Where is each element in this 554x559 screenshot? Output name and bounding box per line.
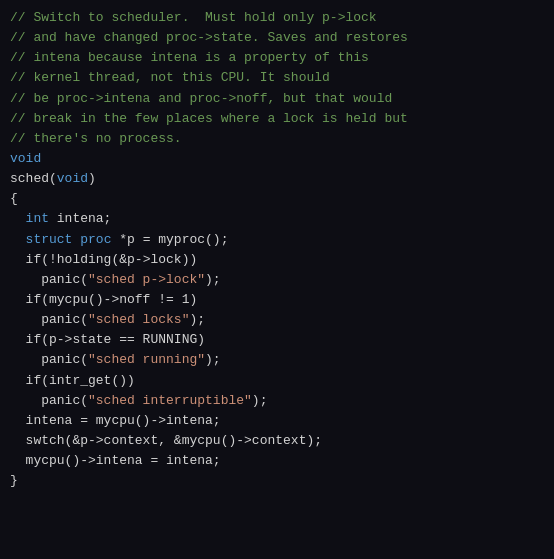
token-plain: );	[205, 352, 221, 367]
code-line: // be proc->intena and proc->noff, but t…	[10, 89, 544, 109]
token-plain: );	[252, 393, 268, 408]
code-line: swtch(&p->context, &mycpu()->context);	[10, 431, 544, 451]
token-plain	[10, 232, 26, 247]
code-line: int intena;	[10, 209, 544, 229]
token-keyword: void	[10, 151, 41, 166]
token-comment: // and have changed proc->state. Saves a…	[10, 30, 408, 45]
token-plain: intena;	[49, 211, 111, 226]
token-keyword: void	[57, 171, 88, 186]
token-string: "sched running"	[88, 352, 205, 367]
code-line: // there's no process.	[10, 129, 544, 149]
code-line: panic("sched locks");	[10, 310, 544, 330]
token-plain: panic(	[10, 393, 88, 408]
token-plain	[10, 211, 26, 226]
code-line: intena = mycpu()->intena;	[10, 411, 544, 431]
token-comment: // there's no process.	[10, 131, 182, 146]
token-string: "sched locks"	[88, 312, 189, 327]
code-line: panic("sched p->lock");	[10, 270, 544, 290]
code-line: // Switch to scheduler. Must hold only p…	[10, 8, 544, 28]
token-keyword: int	[26, 211, 49, 226]
token-plain: *p = myproc();	[111, 232, 228, 247]
token-plain: if(!holding(&p->lock))	[26, 252, 198, 267]
token-plain: )	[88, 171, 96, 186]
code-line: // kernel thread, not this CPU. It shoul…	[10, 68, 544, 88]
code-line: if(!holding(&p->lock))	[10, 250, 544, 270]
code-container: // Switch to scheduler. Must hold only p…	[0, 0, 554, 559]
code-line: sched(void)	[10, 169, 544, 189]
code-line: void	[10, 149, 544, 169]
token-comment: // intena because intena is a property o…	[10, 50, 369, 65]
code-line: // and have changed proc->state. Saves a…	[10, 28, 544, 48]
token-plain: intena = mycpu()->intena;	[10, 413, 221, 428]
code-line: }	[10, 471, 544, 491]
code-line: // break in the few places where a lock …	[10, 109, 544, 129]
code-lines: // Switch to scheduler. Must hold only p…	[10, 8, 544, 491]
token-plain: panic(	[10, 352, 88, 367]
token-comment: // break in the few places where a lock …	[10, 111, 408, 126]
token-plain: panic(	[10, 272, 88, 287]
token-keyword: struct	[26, 232, 73, 247]
code-line: if(p->state == RUNNING)	[10, 330, 544, 350]
token-comment: // kernel thread, not this CPU. It shoul…	[10, 70, 330, 85]
token-type: proc	[80, 232, 111, 247]
token-string: "sched p->lock"	[88, 272, 205, 287]
token-comment: // Switch to scheduler. Must hold only p…	[10, 10, 377, 25]
token-plain: if(intr_get())	[10, 373, 135, 388]
code-line: struct proc *p = myproc();	[10, 230, 544, 250]
token-plain: if(mycpu()->noff != 1)	[10, 292, 197, 307]
token-plain: panic(	[10, 312, 88, 327]
code-line: panic("sched interruptible");	[10, 391, 544, 411]
token-plain: mycpu()->intena = intena;	[10, 453, 221, 468]
code-line: mycpu()->intena = intena;	[10, 451, 544, 471]
token-plain: swtch(&p->context, &mycpu()->context);	[10, 433, 322, 448]
code-line: panic("sched running");	[10, 350, 544, 370]
token-plain: );	[205, 272, 221, 287]
code-line: if(mycpu()->noff != 1)	[10, 290, 544, 310]
token-plain: }	[10, 473, 18, 488]
code-line: if(intr_get())	[10, 371, 544, 391]
token-plain: sched(	[10, 171, 57, 186]
token-plain: );	[189, 312, 205, 327]
code-line: {	[10, 189, 544, 209]
code-line: // intena because intena is a property o…	[10, 48, 544, 68]
token-comment: // be proc->intena and proc->noff, but t…	[10, 91, 392, 106]
token-plain: if(p->state == RUNNING)	[10, 332, 205, 347]
token-plain	[10, 252, 26, 267]
token-string: "sched interruptible"	[88, 393, 252, 408]
token-plain: {	[10, 191, 18, 206]
